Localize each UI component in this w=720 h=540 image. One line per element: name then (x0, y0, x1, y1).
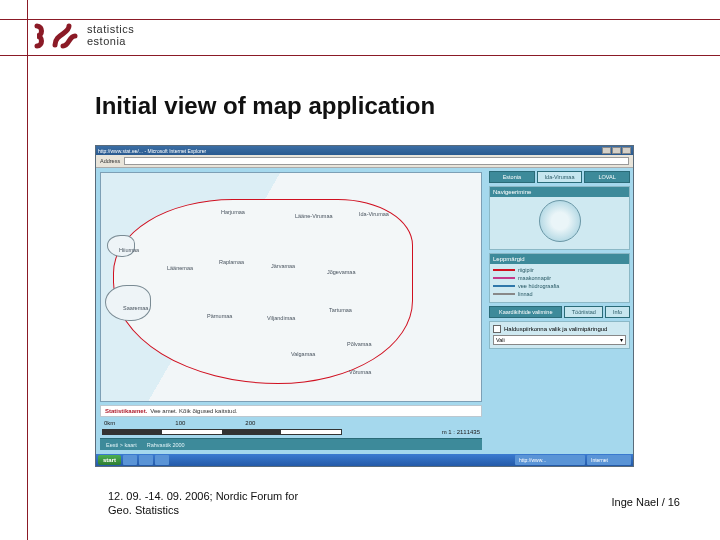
footer-right: Inge Nael / 16 (612, 496, 681, 508)
region-select[interactable]: Vali ▾ (493, 335, 626, 345)
app-body: HarjumaaLääne-VirumaaIda-VirumaaLäänemaa… (96, 168, 633, 454)
legend-swatch (493, 285, 515, 287)
app-bottom-bar: Eesti > kaart Rahvastik 2000 (100, 438, 482, 450)
tab-region[interactable]: Ida-Virumaa (537, 171, 583, 183)
county-label: Pärnumaa (207, 313, 232, 319)
minimize-button[interactable] (602, 147, 611, 154)
logo-mark-icon (33, 22, 79, 50)
county-label: Valgamaa (291, 351, 315, 357)
ie-titlebar: http://www.stat.ee/... - Microsoft Inter… (96, 146, 633, 155)
tray-internet[interactable]: Internet (587, 455, 631, 465)
legend-swatch (493, 269, 515, 271)
status-text: Vee amet. Kõik õigused kaitstud. (150, 408, 237, 414)
nav-panel-title: Navigeerimine (490, 187, 629, 197)
nav-panel: Navigeerimine (489, 186, 630, 250)
top-tabs: Estonia Ida-Virumaa LOVAL (489, 171, 630, 183)
ie-toolbar: Address (96, 155, 633, 168)
county-label: Järvamaa (271, 263, 295, 269)
tick-0: 0km (104, 420, 115, 426)
county-label: Viljandimaa (267, 315, 295, 321)
window-buttons (602, 147, 631, 154)
county-label: Lääne-Virumaa (295, 213, 333, 219)
quicklaunch-2[interactable] (139, 455, 153, 465)
county-label: Võrumaa (349, 369, 371, 375)
bottom-item-1[interactable]: Rahvastik 2000 (147, 442, 185, 448)
compass-icon[interactable] (539, 200, 581, 242)
query-panel: Halduspiirkonna valik ja valimipäringud … (489, 321, 630, 349)
legend-panel-title: Leppmärgid (490, 254, 629, 264)
chevron-down-icon: ▾ (620, 337, 623, 343)
status-strip: Statistikaamet. Vee amet. Kõik õigused k… (100, 405, 482, 417)
legend-row: vee hüdrograafia (493, 283, 626, 289)
county-label: Ida-Virumaa (359, 211, 389, 217)
side-pane: Estonia Ida-Virumaa LOVAL Navigeerimine … (486, 168, 633, 454)
county-label: Põlvamaa (347, 341, 371, 347)
rule-top (0, 19, 720, 20)
tab-estonia[interactable]: Estonia (489, 171, 535, 183)
start-button[interactable]: start (98, 455, 121, 465)
footer-line2: Geo. Statistics (108, 504, 298, 518)
county-label: Saaremaa (123, 305, 148, 311)
embedded-screenshot: http://www.stat.ee/... - Microsoft Inter… (95, 145, 634, 467)
query-label: Halduspiirkonna valik ja valimipäringud (504, 326, 607, 332)
page-title: Initial view of map application (95, 92, 435, 120)
island-saaremaa (105, 285, 151, 321)
rule-vertical (27, 0, 28, 540)
maximize-button[interactable] (612, 147, 621, 154)
scalebar-row: m 1 : 2111435 (100, 429, 482, 435)
rule-under-logo (0, 55, 720, 56)
footer-line1: 12. 09. -14. 09. 2006; Nordic Forum for (108, 490, 298, 504)
select-value: Vali (496, 337, 505, 343)
quicklaunch-1[interactable] (123, 455, 137, 465)
tick-2: 200 (245, 420, 255, 426)
query-checkbox[interactable] (493, 325, 501, 333)
legend-swatch (493, 277, 515, 279)
ie-window-title: http://www.stat.ee/... - Microsoft Inter… (98, 148, 206, 154)
legend-label: riigipiir (518, 267, 534, 273)
bottom-item-0[interactable]: Eesti > kaart (106, 442, 137, 448)
legend-label: maakonnapiir (518, 275, 551, 281)
tab-layers[interactable]: Kaardikihtide valimine (489, 306, 562, 318)
quicklaunch-3[interactable] (155, 455, 169, 465)
scale-value: m 1 : 2111435 (442, 429, 480, 435)
legend-label: linnad (518, 291, 533, 297)
task-browser[interactable]: http://www... (515, 455, 585, 465)
legend-panel: Leppmärgid riigipiirmaakonnapiirvee hüdr… (489, 253, 630, 303)
county-label: Jõgevamaa (327, 269, 355, 275)
county-label: Hiiumaa (119, 247, 139, 253)
close-button[interactable] (622, 147, 631, 154)
address-input[interactable] (124, 157, 629, 165)
county-label: Läänemaa (167, 265, 193, 271)
legend-swatch (493, 293, 515, 295)
tick-1: 100 (175, 420, 185, 426)
legend-row: maakonnapiir (493, 275, 626, 281)
legend-label: vee hüdrograafia (518, 283, 559, 289)
county-label: Harjumaa (221, 209, 245, 215)
map-pane: HarjumaaLääne-VirumaaIda-VirumaaLäänemaa… (96, 168, 486, 454)
logo-line2: estonia (87, 36, 134, 48)
tab-tools[interactable]: Tööriistad (564, 306, 603, 318)
legend-row: riigipiir (493, 267, 626, 273)
island-hiiumaa (107, 235, 135, 257)
map-canvas[interactable]: HarjumaaLääne-VirumaaIda-VirumaaLäänemaa… (100, 172, 482, 402)
status-brand: Statistikaamet. (105, 408, 147, 414)
windows-taskbar: start http://www... Internet (96, 454, 633, 466)
mid-tabs: Kaardikihtide valimine Tööriistad Info (489, 306, 630, 318)
tab-info[interactable]: Info (605, 306, 630, 318)
tab-loval[interactable]: LOVAL (584, 171, 630, 183)
scale-ticks: 0km 100 200 (100, 420, 482, 426)
logo: statistics estonia (33, 22, 134, 50)
address-label: Address (100, 158, 120, 164)
county-label: Raplamaa (219, 259, 244, 265)
county-label: Tartumaa (329, 307, 352, 313)
logo-text: statistics estonia (87, 24, 134, 47)
legend-row: linnad (493, 291, 626, 297)
scalebar (102, 429, 342, 435)
footer-left: 12. 09. -14. 09. 2006; Nordic Forum for … (108, 490, 298, 518)
